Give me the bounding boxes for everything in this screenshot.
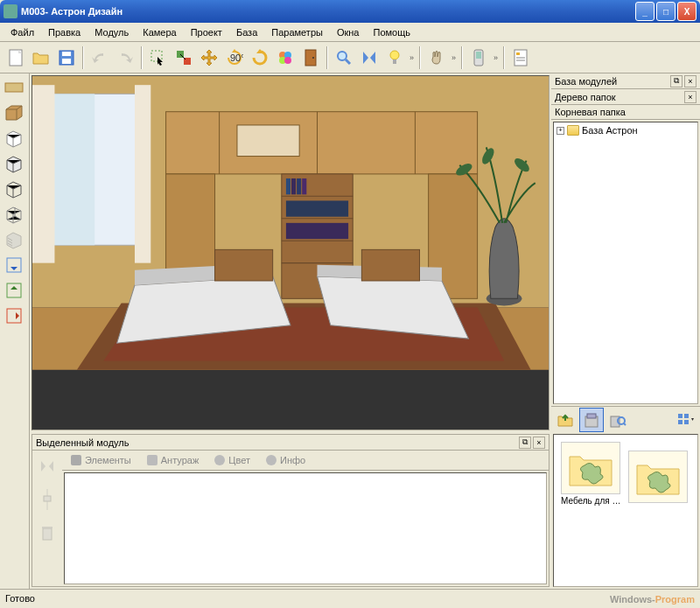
tab-entourage[interactable]: Антураж — [140, 452, 206, 468]
toolbar-expand-2[interactable]: » — [450, 53, 458, 62]
undock-button-2[interactable]: ⧉ — [670, 75, 682, 87]
rotate90-icon: 90° — [226, 49, 243, 66]
tab-elements[interactable]: Элементы — [64, 452, 138, 468]
menu-camera[interactable]: Камера — [136, 25, 183, 39]
light-button[interactable] — [382, 45, 407, 70]
cube-hidden-button[interactable] — [2, 126, 26, 150]
menu-base[interactable]: База — [229, 25, 264, 39]
slider-button[interactable] — [35, 487, 60, 512]
folder-tree[interactable]: + База Астрон — [553, 122, 698, 404]
tree-item-astron[interactable]: + База Астрон — [556, 124, 696, 136]
door-button[interactable] — [298, 45, 323, 70]
up-folder-button[interactable] — [553, 408, 578, 432]
status-text: Готово — [5, 593, 35, 604]
move-button[interactable] — [197, 45, 221, 70]
trash-button[interactable] — [35, 521, 60, 545]
search-server-button[interactable] — [606, 408, 630, 432]
thumbnail-area[interactable]: Мебель для д... — [553, 434, 698, 587]
material-box-icon — [4, 104, 24, 122]
server-button[interactable] — [579, 408, 604, 432]
panel-close-button-3[interactable]: × — [684, 91, 696, 103]
separator — [141, 46, 143, 69]
svg-rect-53 — [286, 223, 348, 239]
phone-button[interactable] — [466, 45, 491, 70]
undo-button[interactable] — [88, 45, 112, 70]
svg-rect-24 — [5, 83, 23, 92]
module-panel: Выделенный модуль ⧉ × Элементы Антураж Ц… — [32, 434, 550, 587]
watermark: Windows-Program — [610, 591, 695, 605]
modules-base-title: База модулей — [555, 76, 668, 87]
tree-expand-button[interactable]: + — [556, 127, 564, 135]
color-wheel-icon — [276, 49, 294, 66]
thumb-furniture[interactable]: Мебель для д... — [561, 442, 622, 506]
toolbar-expand[interactable]: » — [408, 53, 416, 62]
cube-line-button[interactable] — [2, 177, 26, 201]
menu-edit[interactable]: Правка — [41, 25, 88, 39]
panel-close-button-2[interactable]: × — [684, 75, 696, 87]
toolbar-expand-3[interactable]: » — [492, 53, 500, 62]
color-button[interactable] — [273, 45, 298, 70]
undock-button[interactable]: ⧉ — [519, 437, 531, 449]
tab-color[interactable]: Цвет — [207, 452, 257, 468]
menu-params[interactable]: Параметры — [264, 25, 330, 39]
svg-rect-40 — [237, 125, 299, 157]
save-icon — [59, 50, 74, 66]
folder-tree-title: Дерево папок — [555, 92, 682, 102]
cube-wire-button[interactable] — [2, 202, 26, 227]
main-toolbar: 90° » » » — [0, 42, 700, 73]
menu-project[interactable]: Проект — [184, 25, 229, 39]
save-button[interactable] — [54, 45, 79, 70]
menu-file[interactable]: Файл — [4, 25, 41, 39]
svg-line-15 — [346, 59, 350, 64]
maximize-button[interactable]: □ — [656, 2, 676, 21]
svg-rect-2 — [62, 52, 71, 56]
separator — [419, 46, 421, 69]
menu-windows[interactable]: Окна — [330, 25, 367, 39]
mirror-h-button[interactable] — [35, 454, 60, 479]
redo-button[interactable] — [113, 45, 137, 70]
cube-wire-icon — [4, 205, 24, 224]
door-icon — [304, 49, 318, 66]
group-select-button[interactable] — [172, 45, 196, 70]
svg-rect-56 — [215, 249, 273, 281]
rotate90-button[interactable]: 90° — [222, 45, 247, 70]
select-button[interactable] — [146, 45, 171, 70]
close-button[interactable]: X — [677, 2, 696, 21]
separator — [461, 46, 463, 69]
arrow-up-button[interactable] — [2, 278, 26, 303]
thumb-item-2[interactable] — [628, 451, 690, 503]
mirror-button[interactable] — [357, 45, 382, 70]
cube-hatch-button[interactable] — [2, 227, 26, 252]
material-box-button[interactable] — [2, 101, 26, 125]
palette-icon — [214, 455, 225, 465]
report-icon — [513, 49, 528, 66]
scene-render — [32, 76, 549, 370]
material-flat-button[interactable] — [2, 75, 26, 100]
open-button[interactable] — [29, 45, 53, 70]
view-mode-button[interactable] — [674, 408, 698, 432]
open-icon — [32, 51, 50, 65]
minimize-button[interactable]: _ — [635, 2, 654, 21]
cube-hatch-icon — [4, 230, 24, 249]
panel-close-button[interactable]: × — [533, 437, 545, 449]
rotate-button[interactable] — [248, 45, 272, 70]
zoom-button[interactable] — [332, 45, 356, 70]
server-icon — [584, 412, 599, 428]
report-button[interactable] — [508, 45, 533, 70]
menu-help[interactable]: Помощь — [366, 25, 417, 39]
thumb-folder-icon-2 — [628, 451, 688, 503]
thumb-label: Мебель для д... — [561, 496, 622, 506]
hand-button[interactable] — [424, 45, 449, 70]
separator — [326, 46, 328, 69]
new-file-button[interactable] — [4, 45, 28, 70]
svg-rect-75 — [678, 420, 682, 424]
tab-info[interactable]: Инфо — [259, 452, 312, 468]
info-icon — [266, 455, 276, 465]
zoom-icon — [336, 50, 352, 66]
arrow-down-button[interactable] — [2, 253, 26, 277]
cube-solid-button[interactable] — [2, 151, 26, 176]
3d-viewport[interactable] — [32, 75, 550, 430]
arrow-right-icon — [6, 308, 22, 324]
arrow-right-button[interactable] — [2, 304, 26, 328]
menu-module[interactable]: Модуль — [88, 25, 136, 39]
